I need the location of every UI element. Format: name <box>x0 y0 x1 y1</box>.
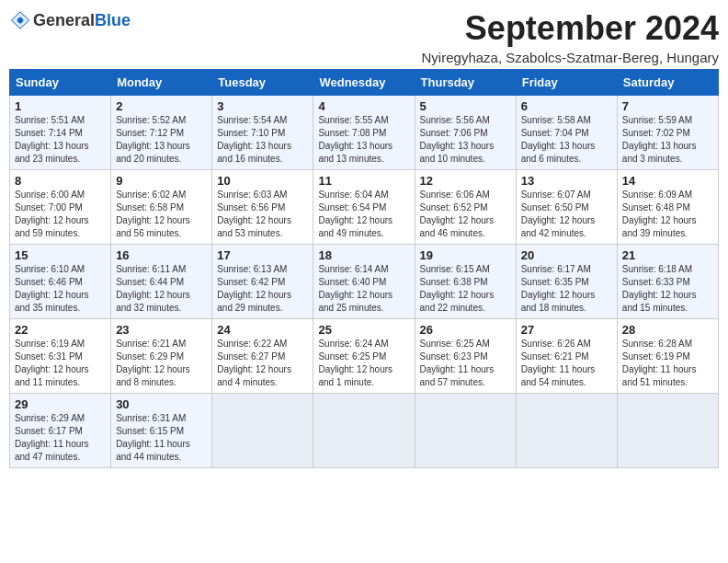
col-header-monday: Monday <box>111 70 212 96</box>
day-detail: Sunrise: 6:07 AM Sunset: 6:50 PM Dayligh… <box>521 189 612 240</box>
calendar-cell <box>617 394 718 468</box>
calendar-header-row: SundayMondayTuesdayWednesdayThursdayFrid… <box>10 70 719 96</box>
calendar-cell: 14Sunrise: 6:09 AM Sunset: 6:48 PM Dayli… <box>617 170 718 245</box>
calendar-cell: 8Sunrise: 6:00 AM Sunset: 7:00 PM Daylig… <box>10 170 111 245</box>
calendar-table: SundayMondayTuesdayWednesdayThursdayFrid… <box>9 69 719 468</box>
calendar-cell: 3Sunrise: 5:54 AM Sunset: 7:10 PM Daylig… <box>212 96 313 170</box>
calendar-cell: 25Sunrise: 6:24 AM Sunset: 6:25 PM Dayli… <box>313 319 415 394</box>
day-number: 30 <box>116 397 207 411</box>
day-number: 28 <box>622 323 713 337</box>
calendar-cell: 9Sunrise: 6:02 AM Sunset: 6:58 PM Daylig… <box>111 170 212 245</box>
col-header-wednesday: Wednesday <box>313 70 415 96</box>
calendar-week-row: 15Sunrise: 6:10 AM Sunset: 6:46 PM Dayli… <box>10 245 719 319</box>
calendar-week-row: 29Sunrise: 6:29 AM Sunset: 6:17 PM Dayli… <box>10 394 719 468</box>
day-detail: Sunrise: 5:51 AM Sunset: 7:14 PM Dayligh… <box>15 114 106 166</box>
calendar-cell: 11Sunrise: 6:04 AM Sunset: 6:54 PM Dayli… <box>313 170 415 245</box>
calendar-cell: 7Sunrise: 5:59 AM Sunset: 7:02 PM Daylig… <box>617 96 718 170</box>
calendar-cell: 20Sunrise: 6:17 AM Sunset: 6:35 PM Dayli… <box>516 245 617 319</box>
day-number: 18 <box>318 248 409 262</box>
day-detail: Sunrise: 6:18 AM Sunset: 6:33 PM Dayligh… <box>622 263 713 315</box>
calendar-cell: 1Sunrise: 5:51 AM Sunset: 7:14 PM Daylig… <box>10 96 111 170</box>
day-number: 11 <box>318 174 409 188</box>
logo-wordmark: GeneralBlue <box>33 11 131 30</box>
day-number: 2 <box>116 99 207 113</box>
day-number: 13 <box>521 174 612 188</box>
day-detail: Sunrise: 5:54 AM Sunset: 7:10 PM Dayligh… <box>217 114 308 166</box>
day-detail: Sunrise: 6:13 AM Sunset: 6:42 PM Dayligh… <box>217 263 308 315</box>
day-number: 5 <box>420 99 511 113</box>
day-detail: Sunrise: 6:10 AM Sunset: 6:46 PM Dayligh… <box>15 263 106 315</box>
calendar-cell: 29Sunrise: 6:29 AM Sunset: 6:17 PM Dayli… <box>10 394 111 468</box>
day-detail: Sunrise: 6:09 AM Sunset: 6:48 PM Dayligh… <box>622 189 713 240</box>
calendar-cell: 28Sunrise: 6:28 AM Sunset: 6:19 PM Dayli… <box>617 319 718 394</box>
day-detail: Sunrise: 6:15 AM Sunset: 6:38 PM Dayligh… <box>420 263 511 315</box>
calendar-cell: 24Sunrise: 6:22 AM Sunset: 6:27 PM Dayli… <box>212 319 313 394</box>
calendar-cell: 18Sunrise: 6:14 AM Sunset: 6:40 PM Dayli… <box>313 245 415 319</box>
day-detail: Sunrise: 6:06 AM Sunset: 6:52 PM Dayligh… <box>420 189 511 240</box>
day-number: 8 <box>15 174 106 188</box>
calendar-cell: 22Sunrise: 6:19 AM Sunset: 6:31 PM Dayli… <box>10 319 111 394</box>
day-detail: Sunrise: 6:02 AM Sunset: 6:58 PM Dayligh… <box>116 189 207 240</box>
logo-blue-text: Blue <box>95 11 131 29</box>
day-detail: Sunrise: 6:21 AM Sunset: 6:29 PM Dayligh… <box>116 338 207 389</box>
day-detail: Sunrise: 5:55 AM Sunset: 7:08 PM Dayligh… <box>318 114 409 166</box>
calendar-cell: 4Sunrise: 5:55 AM Sunset: 7:08 PM Daylig… <box>313 96 415 170</box>
day-detail: Sunrise: 6:25 AM Sunset: 6:23 PM Dayligh… <box>420 338 511 389</box>
location-title: Nyiregyhaza, Szabolcs-Szatmar-Bereg, Hun… <box>422 50 719 65</box>
calendar-cell: 19Sunrise: 6:15 AM Sunset: 6:38 PM Dayli… <box>415 245 516 319</box>
day-detail: Sunrise: 6:24 AM Sunset: 6:25 PM Dayligh… <box>318 338 409 389</box>
day-number: 27 <box>521 323 612 337</box>
day-detail: Sunrise: 6:14 AM Sunset: 6:40 PM Dayligh… <box>318 263 409 315</box>
calendar-cell: 10Sunrise: 6:03 AM Sunset: 6:56 PM Dayli… <box>212 170 313 245</box>
day-detail: Sunrise: 5:56 AM Sunset: 7:06 PM Dayligh… <box>420 114 511 166</box>
day-number: 29 <box>15 397 106 411</box>
day-detail: Sunrise: 6:22 AM Sunset: 6:27 PM Dayligh… <box>217 338 308 389</box>
day-detail: Sunrise: 6:04 AM Sunset: 6:54 PM Dayligh… <box>318 189 409 240</box>
day-number: 24 <box>217 323 308 337</box>
day-detail: Sunrise: 5:52 AM Sunset: 7:12 PM Dayligh… <box>116 114 207 166</box>
calendar-cell: 16Sunrise: 6:11 AM Sunset: 6:44 PM Dayli… <box>111 245 212 319</box>
day-number: 9 <box>116 174 207 188</box>
day-detail: Sunrise: 6:00 AM Sunset: 7:00 PM Dayligh… <box>15 189 106 240</box>
calendar-cell: 5Sunrise: 5:56 AM Sunset: 7:06 PM Daylig… <box>415 96 516 170</box>
day-number: 1 <box>15 99 106 113</box>
day-number: 12 <box>420 174 511 188</box>
day-detail: Sunrise: 6:17 AM Sunset: 6:35 PM Dayligh… <box>521 263 612 315</box>
page-header: GeneralBlue September 2024 Nyiregyhaza, … <box>9 9 719 65</box>
day-number: 17 <box>217 248 308 262</box>
col-header-thursday: Thursday <box>415 70 516 96</box>
col-header-sunday: Sunday <box>10 70 111 96</box>
day-number: 16 <box>116 248 207 262</box>
calendar-cell <box>415 394 516 468</box>
day-number: 19 <box>420 248 511 262</box>
day-detail: Sunrise: 6:28 AM Sunset: 6:19 PM Dayligh… <box>622 338 713 389</box>
day-number: 6 <box>521 99 612 113</box>
calendar-cell: 13Sunrise: 6:07 AM Sunset: 6:50 PM Dayli… <box>516 170 617 245</box>
col-header-saturday: Saturday <box>617 70 718 96</box>
calendar-cell: 6Sunrise: 5:58 AM Sunset: 7:04 PM Daylig… <box>516 96 617 170</box>
col-header-tuesday: Tuesday <box>212 70 313 96</box>
day-number: 22 <box>15 323 106 337</box>
calendar-cell: 17Sunrise: 6:13 AM Sunset: 6:42 PM Dayli… <box>212 245 313 319</box>
day-detail: Sunrise: 6:31 AM Sunset: 6:15 PM Dayligh… <box>116 412 207 464</box>
calendar-week-row: 1Sunrise: 5:51 AM Sunset: 7:14 PM Daylig… <box>10 96 719 170</box>
day-number: 14 <box>622 174 713 188</box>
logo: GeneralBlue <box>9 9 131 31</box>
calendar-cell: 15Sunrise: 6:10 AM Sunset: 6:46 PM Dayli… <box>10 245 111 319</box>
calendar-cell <box>212 394 313 468</box>
calendar-cell: 21Sunrise: 6:18 AM Sunset: 6:33 PM Dayli… <box>617 245 718 319</box>
calendar-cell: 30Sunrise: 6:31 AM Sunset: 6:15 PM Dayli… <box>111 394 212 468</box>
day-number: 25 <box>318 323 409 337</box>
day-detail: Sunrise: 6:29 AM Sunset: 6:17 PM Dayligh… <box>15 412 106 464</box>
col-header-friday: Friday <box>516 70 617 96</box>
calendar-cell: 23Sunrise: 6:21 AM Sunset: 6:29 PM Dayli… <box>111 319 212 394</box>
calendar-cell <box>516 394 617 468</box>
calendar-cell: 12Sunrise: 6:06 AM Sunset: 6:52 PM Dayli… <box>415 170 516 245</box>
day-detail: Sunrise: 6:26 AM Sunset: 6:21 PM Dayligh… <box>521 338 612 389</box>
calendar-week-row: 8Sunrise: 6:00 AM Sunset: 7:00 PM Daylig… <box>10 170 719 245</box>
day-number: 3 <box>217 99 308 113</box>
day-detail: Sunrise: 6:03 AM Sunset: 6:56 PM Dayligh… <box>217 189 308 240</box>
day-number: 7 <box>622 99 713 113</box>
day-number: 26 <box>420 323 511 337</box>
day-number: 20 <box>521 248 612 262</box>
